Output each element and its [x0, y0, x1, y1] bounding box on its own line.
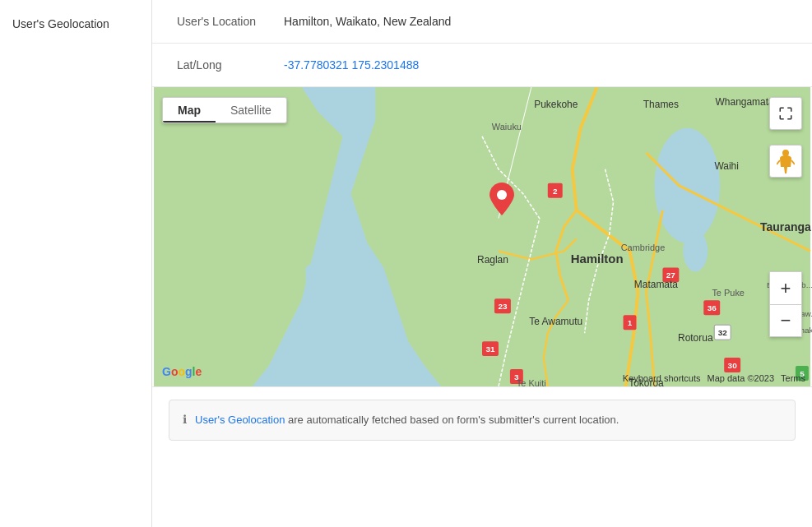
map-container: 2 23 27 31 36 1 30 32 33	[152, 87, 812, 387]
location-pin	[490, 183, 514, 219]
svg-line-50	[777, 160, 780, 164]
notice-message: are automatically fetched based on form'…	[288, 414, 619, 426]
location-row: User's Location Hamilton, Waikato, New Z…	[152, 0, 812, 44]
location-label: User's Location	[177, 15, 267, 28]
map-svg: 2 23 27 31 36 1 30 32 33	[152, 87, 812, 386]
svg-text:Waihi: Waihi	[714, 160, 738, 172]
satellite-button[interactable]: Satellite	[216, 98, 286, 123]
svg-text:30: 30	[728, 361, 738, 370]
map-button[interactable]: Map	[163, 98, 216, 123]
svg-text:36: 36	[708, 303, 717, 312]
svg-text:1: 1	[628, 318, 633, 327]
sidebar-title: User's Geolocation	[12, 17, 109, 30]
svg-line-51	[791, 160, 795, 164]
svg-point-6	[654, 128, 720, 243]
svg-text:Matamata: Matamata	[634, 279, 678, 290]
svg-text:Raglan: Raglan	[477, 254, 508, 266]
streetview-button[interactable]	[769, 145, 802, 178]
map-data: Map data ©2023	[708, 373, 775, 383]
main-content: User's Location Hamilton, Waikato, New Z…	[152, 0, 812, 527]
svg-text:Cambridge: Cambridge	[621, 243, 666, 252]
latlong-label: Lat/Long	[177, 58, 267, 72]
svg-text:Waiuku: Waiuku	[492, 122, 522, 132]
sidebar: User's Geolocation	[0, 0, 152, 527]
svg-point-48	[497, 190, 507, 200]
svg-text:Pukekohe: Pukekohe	[534, 99, 578, 110]
svg-text:2: 2	[553, 187, 558, 196]
latlong-row: Lat/Long -37.7780321 175.2301488	[152, 44, 812, 87]
zoom-controls: + −	[769, 271, 802, 337]
map-attribution: Keyboard shortcuts Map data ©2023 Terms	[616, 370, 812, 386]
location-value: Hamilton, Waikato, New Zealand	[284, 15, 451, 28]
zoom-out-button[interactable]: −	[769, 304, 802, 337]
info-notice: ℹ User's Geolocation are automatically f…	[169, 400, 796, 441]
google-logo: Google	[162, 365, 202, 378]
notice-text: User's Geolocation are automatically fet…	[195, 412, 619, 428]
svg-text:31: 31	[485, 344, 495, 354]
svg-text:Tauranga: Tauranga	[760, 220, 811, 233]
svg-text:Thames: Thames	[643, 99, 679, 110]
info-icon: ℹ	[183, 413, 187, 426]
svg-point-49	[782, 150, 789, 156]
svg-text:Hamilton: Hamilton	[571, 252, 624, 266]
notice-link[interactable]: User's Geolocation	[195, 414, 285, 426]
svg-text:Whangamatā: Whangamatā	[716, 96, 774, 108]
svg-text:Te Awamutu: Te Awamutu	[529, 316, 582, 327]
zoom-in-button[interactable]: +	[769, 271, 802, 304]
svg-text:Te Puke: Te Puke	[712, 288, 745, 298]
latlong-value: -37.7780321 175.2301488	[284, 58, 419, 72]
svg-point-7	[683, 231, 708, 272]
keyboard-shortcuts[interactable]: Keyboard shortcuts	[623, 373, 701, 383]
svg-text:23: 23	[498, 302, 508, 311]
svg-text:32: 32	[718, 328, 728, 337]
svg-text:Te Kuiti: Te Kuiti	[517, 378, 546, 386]
fullscreen-button[interactable]	[769, 97, 802, 130]
terms-link[interactable]: Terms	[781, 373, 805, 383]
svg-text:Rotorua: Rotorua	[678, 332, 713, 344]
map-view-toggle[interactable]: Map Satellite	[162, 97, 287, 123]
